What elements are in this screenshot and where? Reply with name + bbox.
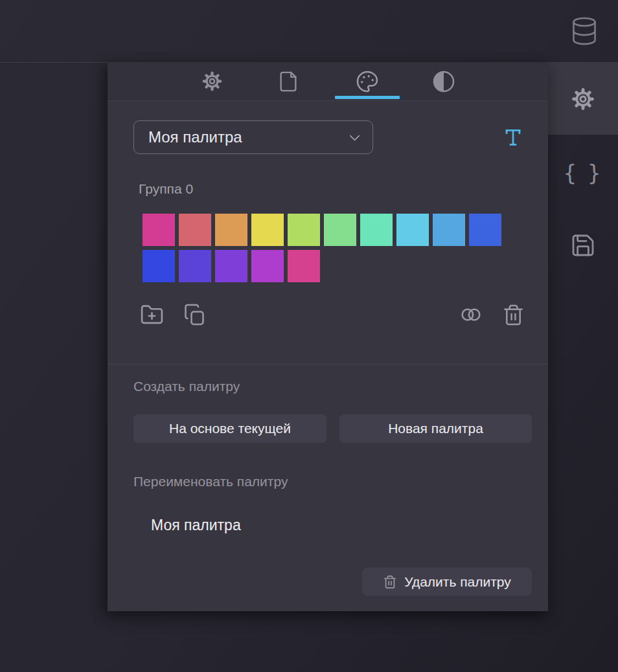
palette-icon xyxy=(356,70,379,93)
tab-palette[interactable] xyxy=(335,62,400,100)
palette-name-input[interactable] xyxy=(144,510,501,540)
color-swatch[interactable] xyxy=(215,214,247,246)
tab-document[interactable] xyxy=(256,62,321,100)
tab-settings[interactable] xyxy=(179,62,244,100)
trash-icon xyxy=(502,304,525,326)
color-swatch[interactable] xyxy=(469,214,501,246)
palette-select[interactable]: Моя палитра xyxy=(133,120,373,154)
folder-plus-icon xyxy=(140,303,164,327)
section-divider xyxy=(108,364,548,364)
color-swatch[interactable] xyxy=(288,250,320,282)
database-button[interactable] xyxy=(566,14,602,48)
delete-group-button[interactable] xyxy=(501,302,525,327)
create-palette-label: Создать палитру xyxy=(133,379,240,394)
color-swatch[interactable] xyxy=(143,250,175,282)
copy-icon xyxy=(183,303,206,326)
chevron-down-icon xyxy=(346,129,363,146)
delete-palette-button[interactable]: Удалить палитру xyxy=(362,568,532,596)
color-swatch[interactable] xyxy=(179,250,211,282)
color-swatch[interactable] xyxy=(143,214,175,246)
database-icon xyxy=(569,16,600,47)
color-swatch[interactable] xyxy=(433,214,465,246)
link-group-button[interactable] xyxy=(459,302,483,327)
sidebar-item-settings[interactable] xyxy=(548,63,618,135)
gear-icon xyxy=(200,69,224,93)
color-swatch[interactable] xyxy=(251,214,284,246)
duplicate-group-button[interactable] xyxy=(182,302,207,327)
color-swatch[interactable] xyxy=(179,214,211,246)
color-swatch[interactable] xyxy=(215,250,247,282)
create-new-palette-button[interactable]: Новая палитра xyxy=(339,414,532,443)
file-icon xyxy=(277,71,299,93)
create-from-current-button[interactable]: На основе текущей xyxy=(133,414,326,443)
save-icon xyxy=(570,232,596,258)
color-swatch[interactable] xyxy=(288,214,320,246)
swatch-row xyxy=(143,250,501,282)
group-label: Группа 0 xyxy=(139,181,193,197)
sidebar-item-save[interactable] xyxy=(548,227,618,263)
tab-contrast[interactable] xyxy=(411,62,476,100)
gear-icon xyxy=(569,85,597,113)
palette-select-value: Моя палитра xyxy=(134,128,346,146)
color-swatch[interactable] xyxy=(251,250,284,282)
color-swatch[interactable] xyxy=(360,214,393,246)
color-swatch[interactable] xyxy=(396,214,429,246)
app-window: { } xyxy=(0,0,618,672)
palette-settings-panel: Моя палитра Группа 0 xyxy=(108,62,548,611)
trash-icon xyxy=(383,575,397,589)
text-icon xyxy=(502,126,524,148)
delete-palette-label: Удалить палитру xyxy=(404,574,511,590)
tab-bar xyxy=(108,62,548,101)
swatch-grid xyxy=(143,214,501,282)
link-icon xyxy=(459,303,483,326)
rename-palette-label: Переименовать палитру xyxy=(133,474,288,489)
swatch-row xyxy=(143,214,501,246)
braces-icon: { } xyxy=(563,162,602,184)
text-tool-button[interactable] xyxy=(499,124,527,151)
contrast-icon xyxy=(432,70,455,93)
color-swatch[interactable] xyxy=(324,214,356,246)
add-group-button[interactable] xyxy=(139,302,164,327)
sidebar-item-code[interactable]: { } xyxy=(548,155,618,191)
